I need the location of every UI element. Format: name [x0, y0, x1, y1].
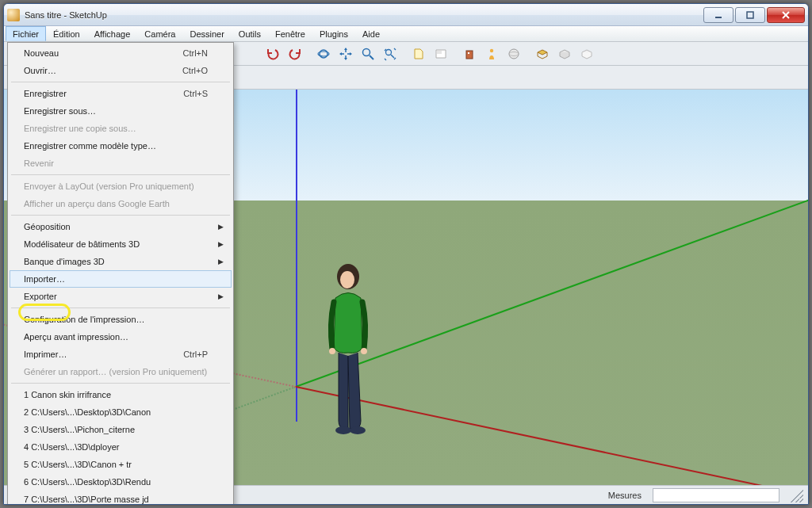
redo-icon[interactable] — [285, 44, 305, 64]
menu-fichier[interactable]: Fichier — [6, 26, 46, 41]
menu-modelisateur[interactable]: Modélisateur de bâtiments 3D — [10, 235, 232, 253]
menu-enregistrer-sous[interactable]: Enregistrer sous… — [10, 102, 232, 120]
menu-affichage[interactable]: Affichage — [87, 26, 138, 41]
menu-exporter[interactable]: Exporter — [10, 288, 232, 305]
menubar: Fichier Édition Affichage Caméra Dessine… — [4, 26, 808, 42]
menu-camera[interactable]: Caméra — [137, 26, 182, 41]
svg-point-18 — [361, 348, 367, 354]
building-icon[interactable] — [459, 44, 480, 64]
window-controls — [702, 7, 805, 23]
zoom-extents-icon[interactable] — [380, 44, 400, 64]
menu-modele-type[interactable]: Enregistrer comme modèle type… — [10, 137, 232, 155]
scale-figure — [324, 262, 372, 437]
svg-line-7 — [370, 55, 373, 59]
menu-sep — [11, 174, 230, 175]
menu-recent-6[interactable]: 6 C:\Users\...\Desktop\3D\Rendu — [10, 473, 232, 491]
menu-aide[interactable]: Aide — [355, 26, 387, 41]
axis-z-blue — [296, 90, 297, 422]
app-window: Sans titre - SketchUp Fichier Édition Af… — [3, 3, 809, 505]
measure-label: Mesures — [608, 491, 642, 500]
sheet-icon[interactable] — [431, 44, 451, 64]
menu-google-earth: Afficher un aperçu dans Google Earth — [10, 195, 232, 212]
orbit-icon[interactable] — [313, 44, 334, 64]
group-icon[interactable] — [554, 44, 575, 64]
svg-rect-11 — [468, 52, 469, 54]
menu-ouvrir[interactable]: Ouvrir…Ctrl+O — [10, 62, 232, 79]
svg-rect-10 — [466, 51, 473, 59]
titlebar: Sans titre - SketchUp — [4, 4, 808, 26]
menu-recent-5[interactable]: 5 C:\Users\...\3D\Canon + tr — [10, 456, 232, 473]
menu-recent-2[interactable]: 2 C:\Users\...\Desktop\3D\Canon — [10, 403, 232, 421]
svg-rect-1 — [747, 12, 753, 18]
menu-dessiner[interactable]: Dessiner — [182, 26, 231, 41]
menu-recent-7[interactable]: 7 C:\Users\...\3D\Porte masse jd — [10, 491, 232, 505]
svg-point-20 — [350, 426, 366, 434]
menu-apercu-impression[interactable]: Aperçu avant impression… — [10, 328, 232, 346]
svg-point-16 — [340, 271, 354, 288]
measure-input[interactable] — [653, 488, 779, 502]
menu-sep — [11, 383, 230, 384]
resize-grip-icon[interactable] — [789, 488, 803, 502]
svg-point-19 — [335, 426, 351, 434]
globe-icon[interactable] — [504, 44, 524, 64]
svg-point-8 — [386, 49, 392, 55]
menu-plugins[interactable]: Plugins — [312, 26, 355, 41]
close-button[interactable] — [767, 7, 805, 23]
menu-recent-4[interactable]: 4 C:\Users\...\3D\dployer — [10, 438, 232, 456]
menu-config-impression[interactable]: Configuration de l'impression… — [10, 311, 232, 328]
menu-sep — [11, 307, 230, 308]
svg-point-6 — [363, 48, 370, 55]
svg-point-13 — [509, 49, 519, 59]
menu-imprimer[interactable]: Imprimer…Ctrl+P — [10, 346, 232, 363]
svg-point-17 — [329, 348, 335, 354]
svg-line-9 — [391, 55, 394, 58]
person-icon[interactable] — [481, 44, 502, 64]
menu-importer[interactable]: Importer… — [10, 270, 232, 288]
menu-recent-3[interactable]: 3 C:\Users\...\Pichon_citerne — [10, 421, 232, 438]
window-title: Sans titre - SketchUp — [25, 10, 107, 20]
menu-copie-sous: Enregistrer une copie sous… — [10, 120, 232, 137]
file-menu-dropdown: NouveauCtrl+N Ouvrir…Ctrl+O EnregistrerC… — [7, 42, 234, 505]
menu-layout: Envoyer à LayOut (version Pro uniquement… — [10, 178, 232, 195]
menu-enregistrer[interactable]: EnregistrerCtrl+S — [10, 85, 232, 102]
maximize-button[interactable] — [735, 7, 765, 23]
palette-icon[interactable] — [576, 44, 597, 64]
app-icon — [7, 9, 20, 21]
menu-revenir: Revenir — [10, 155, 232, 172]
zoom-icon[interactable] — [358, 44, 378, 64]
menu-sep — [11, 82, 230, 82]
undo-icon[interactable] — [262, 44, 283, 64]
menu-rapport: Générer un rapport… (version Pro uniquem… — [10, 363, 232, 380]
menu-nouveau[interactable]: NouveauCtrl+N — [10, 44, 232, 62]
minimize-button[interactable] — [703, 7, 733, 23]
menu-recent-1[interactable]: 1 Canon skin irrifrance — [10, 386, 232, 403]
pan-icon[interactable] — [335, 44, 356, 64]
menu-edition[interactable]: Édition — [46, 26, 87, 41]
menu-geoposition[interactable]: Géoposition — [10, 218, 232, 235]
menu-banque-images[interactable]: Banque d'images 3D — [10, 253, 232, 270]
file-icon[interactable] — [408, 44, 429, 64]
svg-point-12 — [490, 48, 493, 52]
menu-fenetre[interactable]: Fenêtre — [268, 26, 312, 41]
menu-outils[interactable]: Outils — [232, 26, 268, 41]
menu-sep — [11, 215, 230, 216]
component-icon[interactable] — [532, 44, 553, 64]
